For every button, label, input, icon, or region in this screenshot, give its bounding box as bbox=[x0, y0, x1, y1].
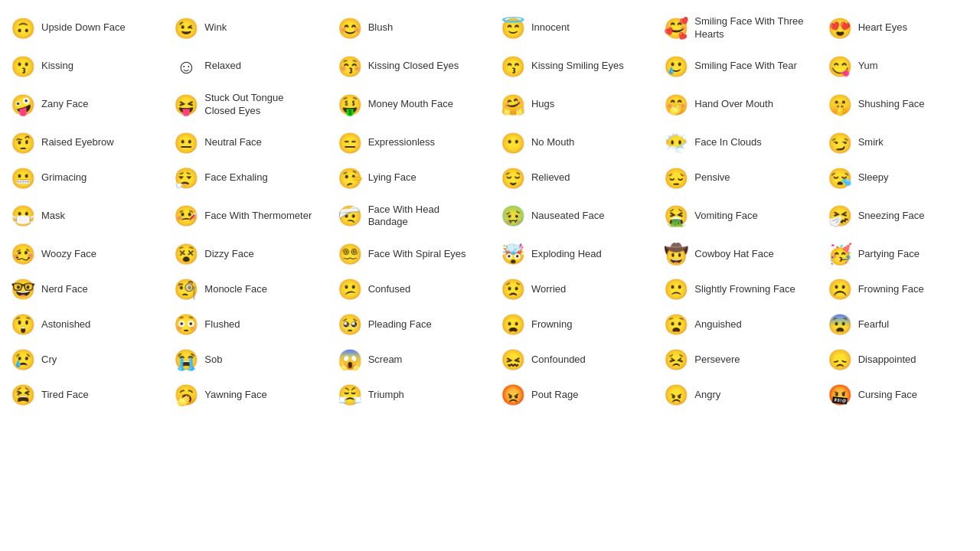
list-item[interactable]: 🤒Face With Thermometer bbox=[163, 196, 326, 237]
list-item[interactable]: 😨Fearful bbox=[817, 307, 980, 342]
list-item[interactable]: 😝Stuck Out Tongue Closed Eyes bbox=[163, 84, 326, 126]
list-item[interactable]: 🤓Nerd Face bbox=[0, 272, 163, 307]
emoji-icon: 🤮 bbox=[664, 206, 688, 226]
list-item[interactable]: 🥲Smiling Face With Tear bbox=[653, 49, 816, 84]
list-item[interactable]: 😏Smirk bbox=[817, 126, 980, 161]
list-item[interactable]: 😠Angry bbox=[653, 377, 816, 412]
list-item[interactable]: 🥺Pleading Face bbox=[327, 307, 490, 342]
list-item[interactable]: 🥴Woozy Face bbox=[0, 236, 163, 272]
list-item[interactable]: 😬Grimacing bbox=[0, 161, 163, 196]
list-item[interactable]: 😶No Mouth bbox=[490, 126, 653, 161]
list-item[interactable]: 😭Sob bbox=[163, 342, 326, 377]
list-item[interactable]: 😦Frowning bbox=[490, 307, 653, 342]
list-item[interactable]: 😌Relieved bbox=[490, 161, 653, 196]
list-item[interactable]: 😑Expressionless bbox=[327, 126, 490, 161]
emoji-icon: 😙 bbox=[501, 57, 525, 77]
list-item[interactable]: 😣Persevere bbox=[653, 342, 816, 377]
list-item[interactable]: 😫Tired Face bbox=[0, 377, 163, 412]
emoji-icon: ☹️ bbox=[828, 279, 852, 299]
list-item[interactable]: 😵‍💫Face With Spiral Eyes bbox=[327, 236, 490, 272]
list-item[interactable]: ☹️Frowning Face bbox=[817, 272, 980, 307]
list-item[interactable]: 😡Pout Rage bbox=[490, 377, 653, 412]
list-item[interactable]: 😟Worried bbox=[490, 272, 653, 307]
list-item[interactable]: 🤯Exploding Head bbox=[490, 236, 653, 272]
list-item[interactable]: 🥳Partying Face bbox=[817, 236, 980, 272]
list-item[interactable]: 🤠Cowboy Hat Face bbox=[653, 236, 816, 272]
emoji-label: No Mouth bbox=[531, 136, 574, 149]
emoji-icon: 🤗 bbox=[501, 95, 525, 115]
emoji-label: Blush bbox=[368, 21, 394, 34]
list-item[interactable]: 🤑Money Mouth Face bbox=[327, 84, 490, 126]
emoji-label: Fearful bbox=[858, 318, 889, 331]
emoji-grid: 🙃Upside Down Face😉Wink😊Blush😇Innocent🥰Sm… bbox=[0, 0, 980, 420]
list-item[interactable]: 🥰Smiling Face With Three Hearts bbox=[653, 8, 816, 49]
list-item[interactable]: 😗Kissing bbox=[0, 49, 163, 84]
list-item[interactable]: 😊Blush bbox=[327, 8, 490, 49]
list-item[interactable]: 😕Confused bbox=[327, 272, 490, 307]
list-item[interactable]: 😚Kissing Closed Eyes bbox=[327, 49, 490, 84]
list-item[interactable]: 😞Disappointed bbox=[817, 342, 980, 377]
emoji-icon: 🤠 bbox=[664, 244, 688, 264]
list-item[interactable]: 🤨Raised Eyebrow bbox=[0, 126, 163, 161]
list-item[interactable]: 🤪Zany Face bbox=[0, 84, 163, 126]
emoji-label: Relaxed bbox=[204, 60, 241, 73]
list-item[interactable]: 😇Innocent bbox=[490, 8, 653, 49]
emoji-label: Yawning Face bbox=[204, 389, 266, 402]
list-item[interactable]: 😪Sleepy bbox=[817, 161, 980, 196]
list-item[interactable]: 😷Mask bbox=[0, 196, 163, 237]
emoji-icon: 🙃 bbox=[11, 18, 35, 38]
emoji-label: Innocent bbox=[531, 21, 570, 34]
list-item[interactable]: 😱Scream bbox=[327, 342, 490, 377]
emoji-label: Persevere bbox=[694, 354, 740, 367]
list-item[interactable]: 😳Flushed bbox=[163, 307, 326, 342]
list-item[interactable]: 😤Triumph bbox=[327, 377, 490, 412]
emoji-label: Cursing Face bbox=[858, 389, 917, 402]
list-item[interactable]: 😮‍💨Face Exhaling bbox=[163, 161, 326, 196]
list-item[interactable]: 🤮Vomiting Face bbox=[653, 196, 816, 237]
list-item[interactable]: 😢Cry bbox=[0, 342, 163, 377]
emoji-label: Kissing Closed Eyes bbox=[368, 60, 459, 73]
emoji-label: Worried bbox=[531, 283, 566, 296]
list-item[interactable]: 🤧Sneezing Face bbox=[817, 196, 980, 237]
list-item[interactable]: 🥱Yawning Face bbox=[163, 377, 326, 412]
emoji-icon: 🤨 bbox=[11, 133, 35, 153]
list-item[interactable]: 🤬Cursing Face bbox=[817, 377, 980, 412]
emoji-label: Angry bbox=[694, 389, 720, 402]
list-item[interactable]: 😲Astonished bbox=[0, 307, 163, 342]
list-item[interactable]: 😙Kissing Smiling Eyes bbox=[490, 49, 653, 84]
list-item[interactable]: 🤕Face With Head Bandage bbox=[327, 196, 490, 237]
emoji-icon: 😟 bbox=[501, 279, 525, 299]
emoji-label: Face With Thermometer bbox=[204, 210, 312, 223]
list-item[interactable]: 🤢Nauseated Face bbox=[490, 196, 653, 237]
list-item[interactable]: 🤭Hand Over Mouth bbox=[653, 84, 816, 126]
list-item[interactable]: ☺️Relaxed bbox=[163, 49, 326, 84]
list-item[interactable]: 🧐Monocle Face bbox=[163, 272, 326, 307]
emoji-label: Wink bbox=[204, 21, 227, 34]
list-item[interactable]: 🤫Shushing Face bbox=[817, 84, 980, 126]
list-item[interactable]: 🤥Lying Face bbox=[327, 161, 490, 196]
emoji-icon: 😉 bbox=[174, 18, 198, 38]
emoji-icon: 😮‍💨 bbox=[174, 168, 198, 188]
emoji-icon: 😠 bbox=[664, 385, 688, 405]
list-item[interactable]: 😐Neutral Face bbox=[163, 126, 326, 161]
emoji-label: Vomiting Face bbox=[694, 210, 757, 223]
emoji-label: Face With Spiral Eyes bbox=[368, 248, 466, 261]
emoji-icon: 😭 bbox=[174, 350, 198, 370]
list-item[interactable]: 😵Dizzy Face bbox=[163, 236, 326, 272]
emoji-label: Stuck Out Tongue Closed Eyes bbox=[204, 92, 315, 118]
list-item[interactable]: 😶‍🌫️Face In Clouds bbox=[653, 126, 816, 161]
list-item[interactable]: 🙃Upside Down Face bbox=[0, 8, 163, 49]
list-item[interactable]: 😧Anguished bbox=[653, 307, 816, 342]
emoji-icon: 😢 bbox=[11, 350, 35, 370]
emoji-icon: 😝 bbox=[174, 95, 198, 115]
emoji-icon: 😞 bbox=[828, 350, 852, 370]
emoji-label: Anguished bbox=[694, 318, 741, 331]
emoji-label: Confounded bbox=[531, 354, 586, 367]
list-item[interactable]: 😋Yum bbox=[817, 49, 980, 84]
list-item[interactable]: 😖Confounded bbox=[490, 342, 653, 377]
list-item[interactable]: 🙁Slightly Frowning Face bbox=[653, 272, 816, 307]
list-item[interactable]: 😍Heart Eyes bbox=[817, 8, 980, 49]
list-item[interactable]: 😔Pensive bbox=[653, 161, 816, 196]
list-item[interactable]: 🤗Hugs bbox=[490, 84, 653, 126]
list-item[interactable]: 😉Wink bbox=[163, 8, 326, 49]
